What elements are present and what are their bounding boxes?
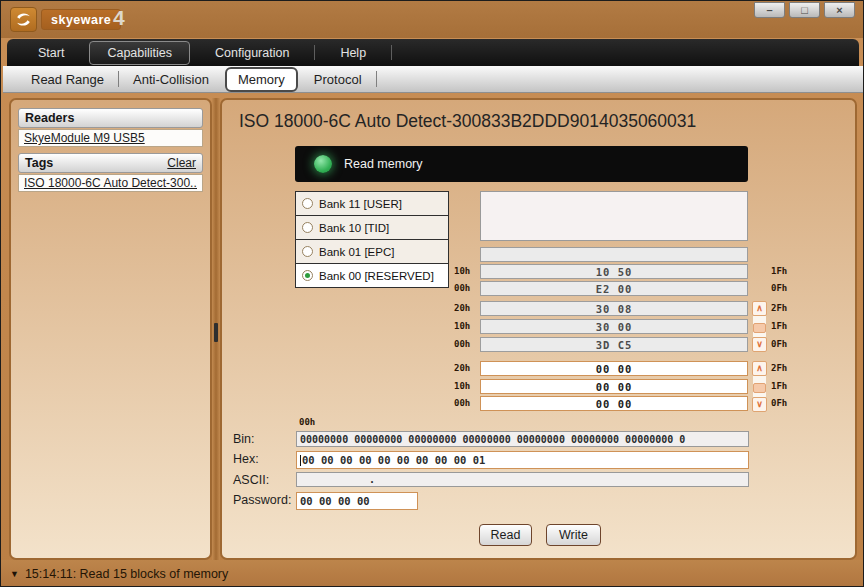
clear-tags-link[interactable]: Clear <box>167 156 196 170</box>
offset-end-label: 2Fh <box>771 301 797 316</box>
tag-title: ISO 18000-6C Auto Detect-300833B2DDD9014… <box>239 111 696 132</box>
memory-row <box>480 247 748 262</box>
scroll-thumb[interactable] <box>753 323 766 333</box>
scroll-thumb[interactable] <box>753 383 766 393</box>
maximize-button[interactable]: □ <box>789 2 820 18</box>
offset-label: 20h <box>454 361 480 376</box>
offset-end-label: 1Fh <box>771 264 797 279</box>
memory-display-box <box>480 191 748 241</box>
menu-separator <box>314 45 315 60</box>
hex-input[interactable]: 00 00 00 00 00 00 00 00 00 01 <box>296 451 749 469</box>
offset-label: 20h <box>454 301 480 316</box>
reader-list-item[interactable]: SkyeModule M9 USB5 <box>18 129 203 147</box>
offset-end-label: 1Fh <box>771 379 797 394</box>
menu-bar: Start Capabilities Configuration Help <box>7 39 859 66</box>
radio-icon[interactable] <box>302 198 313 209</box>
tab-memory[interactable]: Memory <box>225 67 298 92</box>
offset-label: 10h <box>454 264 480 279</box>
write-button[interactable]: Write <box>546 524 601 546</box>
brand-version: 4 <box>113 6 125 30</box>
offset-label: 10h <box>454 379 480 394</box>
ascii-label: ASCII: <box>233 473 269 487</box>
status-message: 15:14:11: Read 15 blocks of memory <box>25 567 228 581</box>
window-controls: – □ × <box>754 2 855 18</box>
scroll-down-icon[interactable]: ∨ <box>752 397 767 412</box>
bank-option-tid[interactable]: Bank 10 [TID] <box>295 215 449 240</box>
toolbar-separator <box>118 71 119 87</box>
minimize-button[interactable]: – <box>754 2 785 18</box>
bank-selector: Bank 11 [USER] Bank 10 [TID] Bank 01 [EP… <box>295 191 449 288</box>
offset-label: 10h <box>454 319 480 334</box>
radio-icon[interactable] <box>302 270 313 281</box>
panel-splitter[interactable] <box>212 98 220 560</box>
hex-label: Hex: <box>233 452 259 466</box>
memory-panel: ISO 18000-6C Auto Detect-300833B2DDD9014… <box>220 98 857 560</box>
read-button[interactable]: Read <box>479 524 532 546</box>
readers-header: Readers <box>18 108 203 128</box>
toolbar-separator <box>376 71 377 87</box>
close-button[interactable]: × <box>824 2 855 18</box>
offset-end-label: 0Fh <box>771 337 797 352</box>
menu-item-help[interactable]: Help <box>323 42 383 64</box>
bank-option-user[interactable]: Bank 11 [USER] <box>295 191 449 216</box>
scroll-up-icon[interactable]: ∧ <box>752 301 767 316</box>
tab-anti-collision[interactable]: Anti-Collision <box>121 69 221 90</box>
offset-label: 00h <box>454 337 480 352</box>
menu-item-capabilities[interactable]: Capabilities <box>89 41 190 65</box>
scroll-up-icon[interactable]: ∧ <box>752 361 767 376</box>
bin-field: 00000000 00000000 00000000 00000000 0000… <box>296 431 749 447</box>
offset-end-label: 2Fh <box>771 361 797 376</box>
password-input[interactable]: 00 00 00 00 <box>296 492 418 510</box>
current-offset-label: 00h <box>299 417 315 427</box>
radio-icon[interactable] <box>302 246 313 257</box>
status-led-icon <box>314 155 332 173</box>
offset-end-label: 0Fh <box>771 396 797 411</box>
status-bar: ▼ 15:14:11: Read 15 blocks of memory <box>1 560 863 587</box>
app-window: skyeware 4 – □ × Start Capabilities Conf… <box>0 0 864 587</box>
skyetek-swirl-icon <box>10 7 37 32</box>
offset-end-label: 0Fh <box>771 281 797 296</box>
memory-scrollbar: ∧ ∨ <box>752 301 767 352</box>
memory-edit-row[interactable]: 00 00 <box>480 361 748 376</box>
bank-option-epc[interactable]: Bank 01 [EPC] <box>295 239 449 264</box>
memory-edit-row[interactable]: 00 00 <box>480 379 748 394</box>
ascii-field: . <box>296 472 749 487</box>
readers-title: Readers <box>25 111 74 125</box>
tags-title: Tags <box>25 156 53 170</box>
tab-protocol[interactable]: Protocol <box>302 69 374 90</box>
memory-row: 3D C5 <box>480 337 748 352</box>
tags-header: Tags Clear <box>18 153 203 173</box>
tab-read-range[interactable]: Read Range <box>19 69 116 90</box>
memory-edit-row[interactable]: 00 00 <box>480 396 748 411</box>
menu-separator <box>391 45 392 60</box>
title-bar: skyeware 4 – □ × <box>1 1 863 38</box>
brand-name: skyeware <box>41 9 121 30</box>
bin-label: Bin: <box>233 432 255 446</box>
banner-label: Read memory <box>344 157 423 171</box>
menu-item-configuration[interactable]: Configuration <box>198 42 306 64</box>
password-label: Password: <box>233 493 291 507</box>
splitter-handle[interactable] <box>214 323 218 342</box>
tag-list-item[interactable]: ISO 18000-6C Auto Detect-300... <box>18 174 203 192</box>
scroll-down-icon[interactable]: ∨ <box>752 337 767 352</box>
tag-link[interactable]: ISO 18000-6C Auto Detect-300... <box>24 176 197 190</box>
memory-row: 10 50 <box>480 264 748 279</box>
text-cursor <box>300 455 301 466</box>
menu-item-start[interactable]: Start <box>21 42 81 64</box>
memory-scrollbar: ∧ ∨ <box>752 361 767 412</box>
read-memory-banner: Read memory <box>295 146 748 182</box>
expand-log-icon[interactable]: ▼ <box>10 569 19 579</box>
offset-label: 00h <box>454 396 480 411</box>
reader-link[interactable]: SkyeModule M9 USB5 <box>24 131 145 145</box>
bank-option-reserved[interactable]: Bank 00 [RESERVED] <box>295 263 449 288</box>
sidebar-panel: Readers SkyeModule M9 USB5 Tags Clear IS… <box>9 98 212 560</box>
capabilities-toolbar: Read Range Anti-Collision Memory Protoco… <box>3 66 863 93</box>
radio-icon[interactable] <box>302 222 313 233</box>
memory-row: 30 00 <box>480 319 748 334</box>
offset-label: 00h <box>454 281 480 296</box>
offset-end-label: 1Fh <box>771 319 797 334</box>
memory-row: 30 08 <box>480 301 748 316</box>
memory-row: E2 00 <box>480 281 748 296</box>
